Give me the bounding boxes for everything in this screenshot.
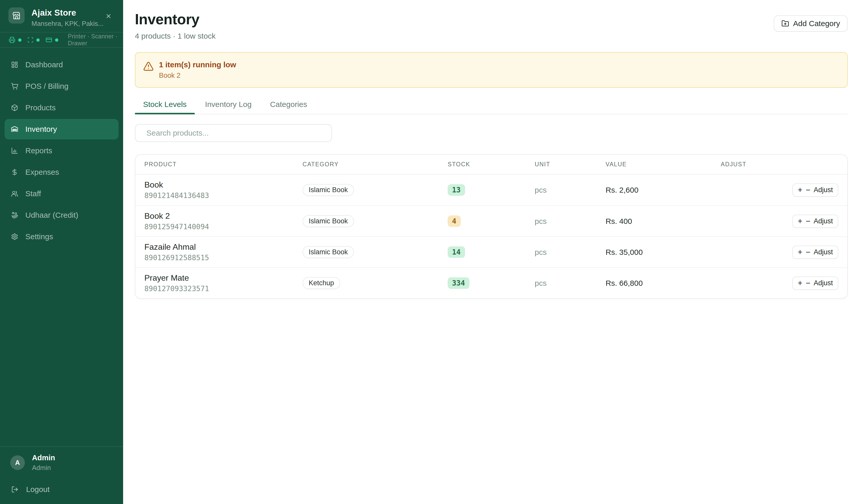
storefront-icon: [9, 8, 25, 24]
sidebar-item-pos-billing[interactable]: POS / Billing: [5, 76, 118, 97]
tab-inventory-log[interactable]: Inventory Log: [197, 100, 260, 114]
plus-icon[interactable]: +: [798, 248, 802, 257]
gear-icon: [11, 233, 18, 240]
sidebar-item-inventory[interactable]: Inventory: [5, 119, 118, 139]
category-chip: Islamic Book: [302, 184, 354, 196]
dashboard-icon: [11, 61, 18, 68]
value-cell: Rs. 66,800: [605, 279, 721, 287]
category-chip: Ketchup: [302, 277, 340, 289]
logout-label: Logout: [26, 485, 50, 494]
main-content: Inventory 4 products · 1 low stock Add C…: [123, 0, 860, 299]
adjust-button[interactable]: + − Adjust: [792, 277, 838, 290]
drawer-status: [46, 36, 58, 43]
product-barcode: 890127093323571: [144, 284, 302, 293]
minus-icon[interactable]: −: [806, 186, 810, 195]
plus-icon[interactable]: +: [798, 217, 802, 226]
stock-badge: 13: [448, 184, 465, 196]
inventory-tabs: Stock Levels Inventory Log Categories: [135, 100, 848, 114]
stock-badge: 14: [448, 246, 465, 258]
sidebar-item-label: Reports: [25, 146, 52, 155]
warning-triangle-icon: [143, 60, 154, 79]
plus-icon[interactable]: +: [798, 186, 802, 195]
warehouse-icon: [11, 125, 18, 133]
category-chip: Islamic Book: [302, 215, 354, 227]
device-status-bar: Printer · Scanner · Drawer: [0, 32, 123, 48]
devices-label: Printer · Scanner · Drawer: [68, 33, 123, 47]
column-header-stock: STOCK: [448, 161, 535, 168]
sidebar-item-dashboard[interactable]: Dashboard: [5, 55, 118, 75]
minus-icon[interactable]: −: [806, 279, 810, 288]
column-header-adjust: ADJUST: [721, 161, 838, 168]
sidebar-item-label: Expenses: [25, 168, 59, 177]
alert-title: 1 item(s) running low: [159, 60, 236, 69]
alert-text-block: 1 item(s) running low Book 2: [159, 60, 236, 79]
sidebar-item-expenses[interactable]: Expenses: [5, 162, 118, 182]
product-name: Book: [144, 180, 302, 190]
user-name: Admin: [32, 454, 55, 462]
store-name: Ajaix Store: [31, 8, 104, 18]
sidebar-nav: Dashboard POS / Billing Products Invento…: [0, 48, 123, 247]
unit-cell: pcs: [535, 186, 605, 194]
hand-coins-icon: [11, 211, 18, 219]
user-role: Admin: [32, 464, 55, 472]
table-row: Book 2 890125947140094 Islamic Book 4 pc…: [135, 205, 847, 236]
printer-status: [9, 36, 22, 43]
column-header-category: CATEGORY: [302, 161, 448, 168]
product-name: Book 2: [144, 211, 302, 221]
sidebar: Ajaix Store Mansehra, KPK, Pakis... Prin…: [0, 0, 123, 504]
cart-icon: [11, 83, 18, 90]
sidebar-item-staff[interactable]: Staff: [5, 183, 118, 204]
stock-badge: 4: [448, 216, 461, 227]
drawer-online-dot: [55, 39, 58, 42]
sidebar-item-reports[interactable]: Reports: [5, 140, 118, 161]
sidebar-item-label: Dashboard: [25, 60, 63, 69]
value-cell: Rs. 2,600: [605, 186, 721, 194]
sidebar-item-label: Products: [25, 103, 56, 112]
sidebar-item-udhaar-credit[interactable]: Udhaar (Credit): [5, 205, 118, 225]
bar-chart-icon: [11, 147, 18, 154]
close-icon[interactable]: [105, 13, 112, 19]
adjust-label: Adjust: [814, 248, 833, 256]
table-header-row: PRODUCT CATEGORY STOCK UNIT VALUE ADJUST: [135, 155, 847, 175]
sidebar-item-products[interactable]: Products: [5, 98, 118, 118]
adjust-button[interactable]: + − Adjust: [792, 183, 838, 197]
column-header-product: PRODUCT: [144, 161, 302, 168]
add-category-label: Add Category: [793, 19, 840, 28]
tab-categories[interactable]: Categories: [262, 100, 315, 114]
dollar-icon: [11, 168, 18, 176]
sidebar-item-label: Udhaar (Credit): [25, 211, 78, 220]
minus-icon[interactable]: −: [806, 248, 810, 257]
product-cell: Book 890121484136483: [144, 180, 302, 200]
product-name: Fazaile Ahmal: [144, 242, 302, 252]
product-cell: Fazaile Ahmal 890126912588515: [144, 242, 302, 262]
column-header-value: VALUE: [605, 161, 721, 168]
table-row: Book 890121484136483 Islamic Book 13 pcs…: [135, 175, 847, 205]
sidebar-item-label: Settings: [25, 232, 53, 241]
scanner-icon: [27, 37, 33, 43]
add-category-button[interactable]: Add Category: [774, 15, 848, 32]
product-barcode: 890126912588515: [144, 254, 302, 262]
tab-stock-levels[interactable]: Stock Levels: [135, 100, 195, 114]
store-meta: Ajaix Store Mansehra, KPK, Pakis...: [31, 8, 104, 32]
sidebar-item-settings[interactable]: Settings: [5, 226, 118, 247]
stock-badge: 334: [448, 277, 470, 289]
search-input[interactable]: [135, 124, 332, 142]
product-barcode: 890125947140094: [144, 223, 302, 231]
category-chip: Islamic Book: [302, 246, 354, 258]
product-barcode: 890121484136483: [144, 191, 302, 200]
adjust-label: Adjust: [814, 217, 833, 225]
product-cell: Prayer Mate 890127093323571: [144, 273, 302, 293]
sidebar-item-label: Inventory: [25, 125, 57, 134]
scanner-status: [27, 37, 40, 43]
value-cell: Rs. 35,000: [605, 248, 721, 257]
sidebar-item-label: Staff: [25, 189, 41, 198]
adjust-button[interactable]: + − Adjust: [792, 246, 838, 259]
unit-cell: pcs: [535, 279, 605, 287]
adjust-button[interactable]: + − Adjust: [792, 214, 838, 228]
low-stock-alert: 1 item(s) running low Book 2: [135, 52, 848, 88]
package-icon: [11, 104, 18, 111]
logout-button[interactable]: Logout: [10, 485, 113, 494]
logout-icon: [11, 486, 18, 493]
plus-icon[interactable]: +: [798, 279, 802, 288]
minus-icon[interactable]: −: [806, 217, 810, 226]
